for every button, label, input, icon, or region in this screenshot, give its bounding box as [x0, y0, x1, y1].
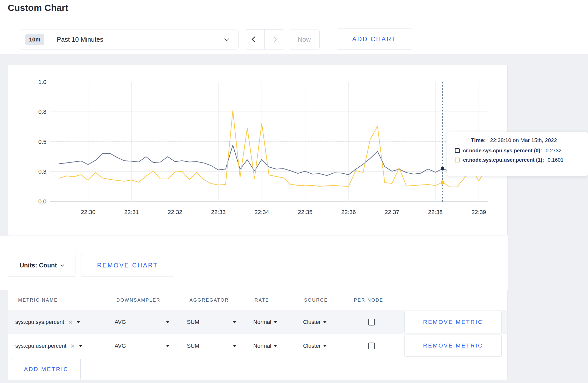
caret-down-icon [79, 345, 82, 347]
caret-down-icon [323, 321, 327, 323]
col-header-metric-name: METRIC NAME [18, 297, 58, 303]
remove-chart-label: REMOVE CHART [97, 262, 158, 269]
x-axis-tick-label: 22:30 [81, 209, 95, 215]
add-metric-label: ADD METRIC [24, 366, 69, 373]
page-title: Custom Chart [8, 3, 68, 13]
rate-value: Normal [253, 343, 271, 349]
metric-name-value: sys.cpu.sys.percent [15, 319, 64, 325]
caret-down-icon [166, 345, 170, 347]
chevron-down-icon [60, 263, 64, 266]
add-chart-label: ADD CHART [352, 36, 396, 43]
x-axis-tick-label: 22:35 [298, 209, 312, 215]
add-metric-button[interactable]: ADD METRIC [12, 358, 81, 380]
chevron-down-icon [224, 36, 229, 41]
downsampler-value: AVG [115, 319, 126, 325]
series-user-swatch-icon [455, 158, 460, 162]
x-axis-tick-label: 22:38 [428, 209, 443, 215]
x-axis-tick-label: 22:36 [341, 209, 356, 215]
downsampler-select[interactable]: AVG [115, 319, 170, 325]
metric-name-select[interactable]: sys.cpu.user.percent ✕ [15, 343, 82, 349]
col-header-per-node: PER NODE [354, 297, 383, 303]
col-header-rate: RATE [255, 297, 269, 303]
source-value: Cluster [303, 343, 321, 349]
metric-row-sys: sys.cpu.sys.percent ✕ AVG SUM Normal Clu… [8, 310, 507, 334]
col-header-aggregator: AGGREGATOR [190, 297, 229, 303]
time-range-select[interactable]: 10m Past 10 Minutes [20, 30, 239, 49]
tooltip-series-label: cr.node.sys.cpu.sys.percent (0): [463, 148, 542, 154]
chevron-left-icon [252, 37, 258, 42]
time-range-badge: 10m [25, 34, 44, 45]
remove-metric-button[interactable]: REMOVE METRIC [404, 311, 502, 333]
x-axis-tick-label: 22:32 [168, 209, 182, 215]
mid-white-band [0, 236, 508, 290]
x-axis-tick-label: 22:37 [385, 209, 399, 215]
metrics-table-header: METRIC NAME DOWNSAMPLER AGGREGATOR RATE … [8, 290, 507, 310]
y-axis-tick-label: 0.8 [38, 109, 46, 115]
tooltip-time-value: 22:38:10 on Mar 15th, 2022 [490, 137, 557, 143]
chart-card: 0.00.30.50.81.022:3022:3122:3222:3322:34… [8, 65, 508, 236]
source-select[interactable]: Cluster [303, 343, 327, 349]
clear-metric-icon[interactable]: ✕ [68, 319, 73, 325]
rate-select[interactable]: Normal [253, 319, 277, 325]
clear-metric-icon[interactable]: ✕ [70, 343, 75, 349]
series-line-cr.node.sys.cpu.user.percent [59, 111, 486, 187]
tooltip-series-label: cr.node.sys.cpu.user.percent (1): [463, 157, 544, 163]
tooltip-series-value: 0.1601 [548, 157, 563, 163]
remove-metric-label: REMOVE METRIC [423, 319, 483, 325]
metric-name-value: sys.cpu.user.percent [15, 343, 66, 349]
tooltip-series-row: cr.node.sys.cpu.sys.percent (0): 0.2732 [455, 148, 588, 154]
caret-down-icon [166, 321, 170, 323]
units-select[interactable]: Units: Count [8, 254, 75, 277]
y-axis-tick-label: 0.5 [38, 139, 46, 145]
aggregator-value: SUM [187, 319, 199, 325]
remove-chart-button[interactable]: REMOVE CHART [81, 254, 174, 277]
units-select-label: Units: Count [20, 262, 57, 269]
metric-row-user: sys.cpu.user.percent ✕ AVG SUM Normal Cl… [8, 334, 507, 358]
downsampler-value: AVG [115, 343, 126, 349]
custom-chart-plot[interactable]: 0.00.30.50.81.022:3022:3122:3222:3322:34… [8, 65, 507, 236]
downsampler-select[interactable]: AVG [115, 343, 170, 349]
caret-down-icon [233, 321, 236, 323]
next-range-button[interactable] [264, 30, 284, 49]
toolbar-accent-divider [8, 29, 8, 49]
caret-down-icon [323, 345, 327, 347]
add-chart-button[interactable]: ADD CHART [337, 29, 412, 50]
y-axis-tick-label: 1.0 [38, 79, 46, 85]
caret-down-icon [274, 345, 277, 347]
chevron-right-icon [271, 37, 277, 42]
x-axis-tick-label: 22:31 [124, 209, 139, 215]
source-value: Cluster [303, 319, 321, 325]
remove-metric-button[interactable]: REMOVE METRIC [404, 335, 502, 357]
tooltip-time-row: Time:22:38:10 on Mar 15th, 2022 [471, 137, 588, 143]
metric-name-select[interactable]: sys.cpu.sys.percent ✕ [15, 319, 80, 325]
per-node-checkbox[interactable] [368, 343, 375, 349]
tooltip-series-value: 0.2732 [546, 148, 562, 154]
rate-select[interactable]: Normal [253, 343, 277, 349]
series-line-cr.node.sys.cpu.sys.percent [59, 145, 486, 176]
rate-value: Normal [253, 319, 271, 325]
caret-down-icon [76, 321, 80, 323]
x-axis-tick-label: 22:34 [254, 209, 269, 215]
time-range-label: Past 10 Minutes [57, 36, 103, 43]
y-axis-tick-label: 0.0 [38, 198, 46, 205]
aggregator-value: SUM [187, 343, 199, 349]
col-header-source: SOURCE [304, 297, 328, 303]
col-header-downsampler: DOWNSAMPLER [116, 297, 160, 303]
caret-down-icon [233, 345, 236, 347]
chart-hover-tooltip: Time:22:38:10 on Mar 15th, 2022 cr.node.… [447, 132, 588, 176]
x-axis-tick-label: 22:33 [211, 209, 226, 215]
now-button[interactable]: Now [289, 30, 320, 49]
aggregator-select[interactable]: SUM [187, 319, 236, 325]
y-axis-tick-label: 0.3 [38, 168, 46, 175]
aggregator-select[interactable]: SUM [187, 343, 236, 349]
remove-metric-label: REMOVE METRIC [423, 342, 483, 349]
caret-down-icon [274, 321, 277, 323]
now-button-label: Now [298, 36, 311, 43]
prev-range-button[interactable] [245, 30, 264, 49]
per-node-checkbox[interactable] [368, 319, 375, 325]
tooltip-time-label: Time: [471, 137, 486, 143]
time-pager [245, 29, 284, 49]
metrics-table: METRIC NAME DOWNSAMPLER AGGREGATOR RATE … [8, 290, 508, 380]
x-axis-tick-label: 22:39 [471, 209, 486, 215]
source-select[interactable]: Cluster [303, 319, 327, 325]
